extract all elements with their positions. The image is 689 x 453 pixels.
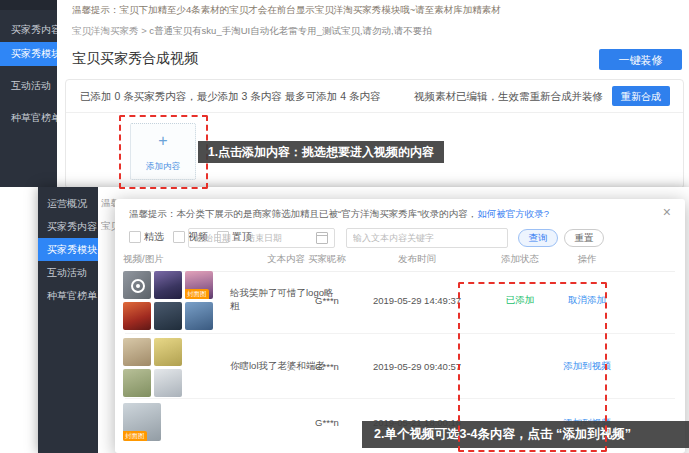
sidebar-mid: 运营概况 买家秀内容 买家秀模块 互动活动 种草官榜单 (38, 187, 98, 453)
row-nickname: G***n (302, 295, 352, 306)
cover-badge: 封面图 (123, 431, 147, 441)
table-row: 封面图 给我笑肿了可惜了logo略粗 G***n 2019-05-29 14:4… (115, 267, 685, 333)
photo-thumbnail[interactable] (154, 369, 182, 397)
added-summary: 已添加 0 条买家秀内容，最少添加 3 条内容 最多可添加 4 条内容 (80, 80, 380, 112)
add-to-video-link[interactable]: 添加到视频 (552, 360, 622, 373)
video-thumbnail[interactable] (123, 271, 151, 299)
header-add-status: 添加状态 (490, 253, 550, 266)
sidebar-item-interactive-activity[interactable]: 互动活动 (38, 261, 98, 284)
photo-thumbnail[interactable] (154, 271, 182, 299)
screen: 买家秀内容 买家秀模块 互动活动 种草官榜单 温馨提示：宝贝下加精至少4条素材的… (0, 0, 689, 453)
sidebar-item-buyer-show-content[interactable]: 买家秀内容 (0, 18, 57, 42)
row-thumbnails: 封面图 (123, 403, 213, 441)
sidebar-top-cap (0, 0, 57, 10)
breadcrumb-current: c普通宝贝有sku_手淘UI自动化老雷专用_测试宝贝,请勿动,请不要拍 (149, 25, 431, 36)
header-action: 操作 (552, 253, 622, 266)
header-publish-time: 发布时间 (367, 253, 467, 266)
top-panel: 温馨提示：宝贝下加精至少4条素材的宝贝才会在前台显示宝贝洋淘买家秀模块哦~请至素… (57, 0, 689, 187)
add-content-tile[interactable]: + 添加内容 (130, 123, 196, 180)
video-status-text: 视频素材已编辑，生效需重新合成并装修 (414, 80, 603, 112)
photo-thumbnail[interactable] (123, 338, 151, 366)
row-publish-time: 2019-05-29 09:40:57 (367, 361, 467, 372)
row-nickname: G***n (302, 361, 352, 372)
breadcrumb: 宝贝洋淘买家秀 > c普通宝贝有sku_手淘UI自动化老雷专用_测试宝贝,请勿动… (72, 25, 432, 38)
play-icon (131, 279, 145, 293)
reset-button[interactable]: 重置 (564, 229, 604, 247)
sidebar-item-operation-overview[interactable]: 运营概况 (38, 192, 98, 215)
header-media: 视频/图片 (123, 253, 223, 266)
photo-thumbnail[interactable] (154, 302, 182, 330)
page-title: 宝贝买家秀合成视频 (72, 50, 198, 68)
photo-thumbnail[interactable]: 封面图 (185, 271, 213, 299)
photo-thumbnail[interactable]: 封面图 (123, 403, 161, 441)
modal-notice-text: 温馨提示：本分类下展示的是商家筛选加精且已被“官方洋淘买家秀库”收录的内容， (129, 208, 477, 219)
row-thumbnails: 封面图 (123, 271, 213, 330)
row-publish-time: 2019-05-29 14:49:37 (367, 295, 467, 306)
date-range-picker[interactable]: 起始日期 - 结束日期 (188, 228, 335, 248)
plus-icon: + (131, 133, 195, 149)
add-content-label: 添加内容 (131, 161, 195, 173)
sidebar-item-grass-rank[interactable]: 种草官榜单 (0, 106, 57, 130)
sidebar-item-interactive-activity[interactable]: 互动活动 (0, 74, 57, 98)
checkbox-icon[interactable] (173, 231, 185, 243)
row-nickname: G***n (302, 417, 352, 428)
date-separator: - (237, 233, 240, 243)
modal-notice: 温馨提示：本分类下展示的是商家筛选加精且已被“官方洋淘买家秀库”收录的内容，如何… (129, 208, 549, 221)
photo-thumbnail[interactable] (185, 302, 213, 330)
calendar-icon (316, 232, 328, 244)
compose-panel-header: 已添加 0 条买家秀内容，最少添加 3 条内容 最多可添加 4 条内容 视频素材… (66, 80, 683, 113)
close-icon[interactable]: × (663, 205, 671, 219)
top-notice: 温馨提示：宝贝下加精至少4条素材的宝贝才会在前台显示宝贝洋淘买家秀模块哦~请至素… (72, 4, 501, 17)
breadcrumb-root[interactable]: 宝贝洋淘买家秀 (72, 25, 139, 36)
table-row: 你瞎lol我了老婆和端老 G***n 2019-05-29 09:40:57 添… (115, 334, 685, 398)
tooltip-step2: 2.单个视频可选3-4条内容，点击 “添加到视频” (362, 421, 689, 448)
search-button[interactable]: 查询 (518, 229, 558, 247)
sidebar-item-buyer-show-module[interactable]: 买家秀模块 (38, 238, 98, 261)
sidebar-item-buyer-show-module[interactable]: 买家秀模块 (0, 42, 57, 66)
filter-checkbox-featured[interactable]: 精选 (129, 230, 164, 244)
sidebar-top: 买家秀内容 买家秀模块 互动活动 种草官榜单 (0, 0, 57, 187)
one-click-decorate-button[interactable]: 一键装修 (599, 49, 682, 70)
tooltip-step1: 1.点击添加内容：挑选想要进入视频的内容 (198, 141, 444, 163)
content-picker-modal: × 温馨提示：本分类下展示的是商家筛选加精且已被“官方洋淘买家秀库”收录的内容，… (115, 199, 685, 453)
row-add-status: 已添加 (490, 294, 550, 307)
keyword-input[interactable] (346, 228, 508, 248)
checkbox-icon[interactable] (129, 231, 141, 243)
photo-thumbnail[interactable] (123, 302, 151, 330)
photo-thumbnail[interactable] (123, 369, 151, 397)
checkbox-label: 精选 (144, 230, 164, 244)
date-end-placeholder: 结束日期 (246, 232, 282, 245)
header-nickname: 买家昵称 (302, 253, 352, 266)
how-to-be-collected-link[interactable]: 如何被官方收录? (477, 208, 549, 219)
photo-thumbnail[interactable] (154, 338, 182, 366)
recompose-button[interactable]: 重新合成 (612, 86, 670, 106)
row-thumbnails (123, 338, 182, 397)
breadcrumb-separator: > (141, 25, 147, 36)
sidebar-item-grass-rank[interactable]: 种草官榜单 (38, 284, 98, 307)
date-start-placeholder: 起始日期 (195, 232, 231, 245)
sidebar-item-buyer-show-content[interactable]: 买家秀内容 (38, 215, 98, 238)
cover-badge: 封面图 (185, 289, 209, 299)
cancel-add-link[interactable]: 取消添加 (552, 294, 622, 307)
